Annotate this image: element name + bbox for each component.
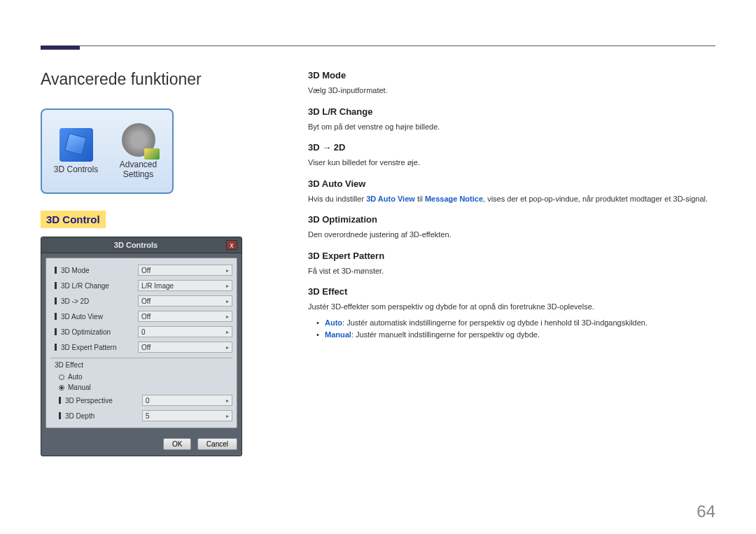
controls-title-bar: 3D Controls x [41,237,241,253]
control-value: Off [141,267,150,274]
control-value: 0 [146,397,150,405]
radio-icon-selected [59,385,64,391]
control-label: 3D L/R Change [61,282,138,290]
cube-icon [59,128,93,162]
b-3d-mode: Vælg 3D-inputformatet. [308,85,714,97]
h-3d-optimization: 3D Optimization [308,214,714,225]
h-3d-2d: 3D → 2D [308,142,714,153]
control-value: Off [141,344,150,351]
row-bullet [59,412,61,419]
control-row: 3D Optimization0▸ [50,324,232,339]
control-value: 0 [141,328,146,336]
controls-inner: 3D ModeOff▸3D L/R ChangeL/R Image▸3D -> … [46,258,237,428]
b-3d-auto-view: Hvis du indstiller 3D Auto View til Mess… [308,193,714,205]
chevron-right-icon: ▸ [226,298,229,304]
controls-panel: 3D Controls x 3D ModeOff▸3D L/R ChangeL/… [41,237,242,456]
chevron-right-icon: ▸ [226,398,229,404]
effect-bullet-list: Auto: Justér automatisk indstillingerne … [308,317,714,342]
control-label: 3D Mode [61,267,138,274]
chevron-right-icon: ▸ [226,283,229,289]
h-3d-lr-change: 3D L/R Change [308,106,714,117]
thumbnail-panel: 3D Controls AdvancedSettings [41,108,174,194]
control-value: L/R Image [141,282,174,290]
radio-manual[interactable]: Manual [50,382,232,393]
control-row: 3D L/R ChangeL/R Image▸ [50,278,232,293]
radio-icon [59,374,64,380]
control-dropdown[interactable]: 0▸ [138,326,232,337]
row-bullet [55,267,57,274]
thumb-label-adv: AdvancedSettings [120,160,157,180]
h-3d-mode: 3D Mode [308,70,714,80]
li-auto: Auto: Justér automatisk indstillingerne … [308,317,714,330]
row-bullet [59,397,61,404]
h-3d-effect: 3D Effect [308,286,714,297]
control-dropdown[interactable]: Off▸ [138,265,232,276]
controls-title: 3D Controls [46,241,226,249]
li-manual: Manual: Justér manuelt indstillingerne f… [308,329,714,342]
left-column: Avancerede funktioner 3D Controls Advanc… [41,70,251,456]
b-3d-optimization: Den overordnede justering af 3D-effekten… [308,229,714,241]
control-label: 3D Auto View [61,313,138,321]
b-3d-2d: Viser kun billedet for venstre øje. [308,157,714,169]
h-3d-auto-view: 3D Auto View [308,178,714,189]
row-bullet [55,328,57,335]
chevron-right-icon: ▸ [226,267,229,274]
control-dropdown[interactable]: 0▸ [142,395,232,406]
chevron-right-icon: ▸ [226,314,229,320]
page-accent-bar [41,45,80,50]
button-bar: OK Cancel [41,433,241,450]
ok-button[interactable]: OK [163,438,191,450]
control-dropdown[interactable]: 5▸ [142,410,232,421]
control-row: 3D Expert PatternOff▸ [50,339,232,355]
radio-auto[interactable]: Auto [50,372,232,382]
row-bullet [55,313,57,320]
control-row: 3D Auto ViewOff▸ [50,309,232,324]
control-dropdown[interactable]: L/R Image▸ [138,280,232,291]
control-row: 3D -> 2DOff▸ [50,293,232,309]
page-title: Avancerede funktioner [41,70,251,89]
control-value: Off [141,297,150,305]
section-heading-3d-control: 3D Control [41,211,106,228]
chevron-right-icon: ▸ [226,413,229,419]
control-value: Off [141,313,150,321]
page-divider [41,45,715,46]
control-label: 3D -> 2D [61,297,138,305]
row-bullet [55,297,57,304]
chevron-right-icon: ▸ [226,344,229,351]
row-bullet [55,282,57,289]
gear-icon [122,123,155,157]
row-bullet [55,344,57,351]
effect-section-label: 3D Effect [50,358,232,372]
thumb-label-3d: 3D Controls [54,164,98,174]
control-value: 5 [146,412,150,420]
cancel-button[interactable]: Cancel [197,438,237,450]
h-3d-expert-pattern: 3D Expert Pattern [308,251,714,261]
chevron-right-icon: ▸ [226,329,229,335]
control-label: 3D Perspective [65,397,142,405]
control-label: 3D Expert Pattern [61,344,138,351]
b-3d-lr-change: Byt om på det venstre og højre billede. [308,121,714,133]
close-button[interactable]: x [226,240,237,250]
page-number: 64 [696,502,715,521]
control-row: 3D Depth5▸ [55,408,232,423]
right-column: 3D ModeVælg 3D-inputformatet. 3D L/R Cha… [308,70,714,351]
thumb-advanced-settings[interactable]: AdvancedSettings [108,123,168,180]
b-3d-expert-pattern: Få vist et 3D-mønster. [308,265,714,277]
b-3d-effect: Justér 3D-effekter som perspektiv og dyb… [308,301,714,313]
control-dropdown[interactable]: Off▸ [138,342,232,353]
thumb-3d-controls[interactable]: 3D Controls [46,128,106,174]
control-label: 3D Optimization [61,328,138,336]
control-dropdown[interactable]: Off▸ [138,311,232,322]
control-dropdown[interactable]: Off▸ [138,295,232,307]
control-row: 3D Perspective0▸ [55,393,232,408]
control-label: 3D Depth [65,412,142,420]
control-row: 3D ModeOff▸ [50,262,232,278]
